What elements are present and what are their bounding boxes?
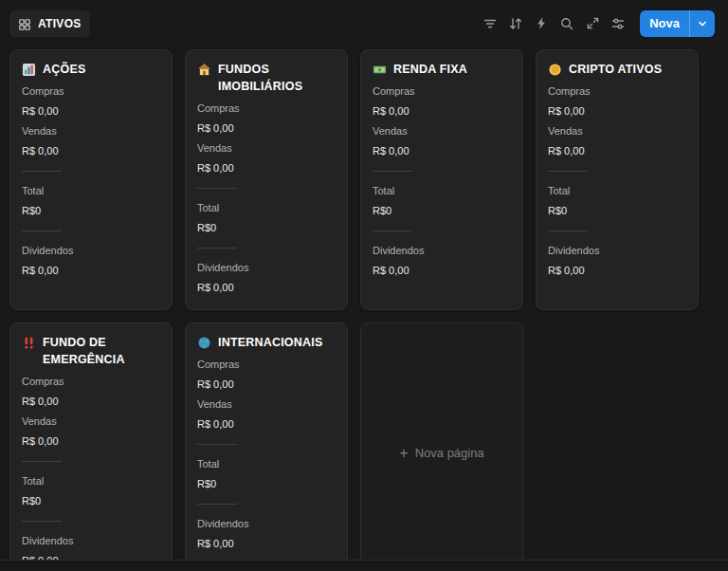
card-title: CRIPTO ATIVOS <box>569 61 662 78</box>
card-divider <box>197 188 237 189</box>
header: ATIVOS <box>0 0 728 47</box>
card-renda-fixa[interactable]: RENDA FIXA Compras R$ 0,00 Vendas R$ 0,0… <box>360 49 523 310</box>
gallery-view-icon <box>18 18 31 31</box>
property-label: Compras <box>22 372 160 392</box>
card-title: FUNDO DE EMERGÊNCIA <box>43 334 160 368</box>
toolbar: Nova <box>479 10 715 37</box>
property-value: R$0 <box>22 201 160 221</box>
coin-icon <box>548 63 562 77</box>
property-label: Dividendos <box>197 514 336 534</box>
card-divider <box>548 230 588 231</box>
card-divider <box>22 461 62 462</box>
property-value: R$ 0,00 <box>197 278 336 298</box>
property-label: Compras <box>197 99 336 119</box>
property-value: R$ 0,00 <box>373 261 511 281</box>
sort-icon[interactable] <box>504 12 527 35</box>
view-title: ATIVOS <box>38 17 82 30</box>
card-cripto-ativos[interactable]: CRIPTO ATIVOS Compras R$ 0,00 Vendas R$ … <box>536 49 699 310</box>
new-button-label[interactable]: Nova <box>640 16 689 30</box>
property-value: R$ 0,00 <box>22 101 160 121</box>
card-title: INTERNACIONAIS <box>218 334 322 351</box>
banknote-icon <box>373 63 387 77</box>
property-label: Total <box>22 471 160 491</box>
property-value: R$0 <box>548 201 686 221</box>
property-value: R$ 0,00 <box>22 392 160 412</box>
card-divider <box>197 444 237 445</box>
card-divider <box>197 248 237 249</box>
card-acoes[interactable]: AÇÕES Compras R$ 0,00 Vendas R$ 0,00 Tot… <box>9 49 173 310</box>
property-label: Compras <box>197 355 336 375</box>
property-value: R$ 0,00 <box>197 534 336 554</box>
house-icon <box>197 63 211 77</box>
card-internacionais[interactable]: INTERNACIONAIS Compras R$ 0,00 Vendas R$… <box>185 322 348 571</box>
new-button[interactable]: Nova <box>640 10 715 37</box>
card-fundo-de-emergencia[interactable]: FUNDO DE EMERGÊNCIA Compras R$ 0,00 Vend… <box>9 322 173 571</box>
plus-icon: + <box>399 446 408 461</box>
search-icon[interactable] <box>555 12 578 35</box>
lightning-icon[interactable] <box>530 12 553 35</box>
property-label: Vendas <box>197 395 336 414</box>
property-label: Compras <box>548 82 686 101</box>
card-divider <box>22 171 62 172</box>
card-fundos-imobiliarios[interactable]: FUNDOS IMOBILIÁRIOS Compras R$ 0,00 Vend… <box>185 49 348 310</box>
property-label: Vendas <box>22 121 160 141</box>
new-page-label: Nova página <box>415 446 484 460</box>
card-title: AÇÕES <box>43 61 85 78</box>
card-divider <box>373 171 412 172</box>
property-value: R$ 0,00 <box>548 141 686 161</box>
property-label: Compras <box>22 82 160 101</box>
property-label: Dividendos <box>22 241 160 261</box>
property-label: Total <box>22 181 160 201</box>
card-title: FUNDOS IMOBILIÁRIOS <box>218 61 336 95</box>
card-divider <box>197 504 237 505</box>
property-value: R$ 0,00 <box>197 414 336 434</box>
property-label: Vendas <box>548 121 686 141</box>
property-label: Vendas <box>22 412 160 432</box>
card-title: RENDA FIXA <box>393 61 467 78</box>
property-label: Total <box>548 181 686 201</box>
card-divider <box>22 230 62 231</box>
property-value: R$0 <box>197 474 336 494</box>
property-label: Total <box>197 454 336 474</box>
filter-icon[interactable] <box>479 12 501 35</box>
expand-icon[interactable] <box>581 12 604 35</box>
property-value: R$ 0,00 <box>197 375 336 395</box>
property-label: Vendas <box>197 138 336 158</box>
property-value: R$ 0,00 <box>197 158 336 178</box>
bottom-divider <box>0 560 728 571</box>
bar-chart-icon <box>22 63 36 77</box>
view-tab-ativos[interactable]: ATIVOS <box>9 10 90 37</box>
property-label: Total <box>373 181 511 201</box>
property-value: R$ 0,00 <box>197 119 336 138</box>
property-label: Dividendos <box>197 258 336 278</box>
card-divider <box>22 521 62 522</box>
card-divider <box>548 171 588 172</box>
new-page-card[interactable]: + Nova página <box>360 322 523 571</box>
gallery-grid: AÇÕES Compras R$ 0,00 Vendas R$ 0,00 Tot… <box>0 47 728 571</box>
property-label: Dividendos <box>548 241 686 261</box>
property-value: R$0 <box>22 491 160 511</box>
property-label: Dividendos <box>22 531 160 551</box>
property-value: R$ 0,00 <box>22 141 160 161</box>
card-divider <box>373 230 412 231</box>
chevron-down-icon[interactable] <box>690 19 715 28</box>
property-value: R$ 0,00 <box>373 101 511 121</box>
sliders-icon[interactable] <box>607 12 629 35</box>
property-label: Total <box>197 198 336 218</box>
double-exclamation-icon <box>22 336 36 350</box>
property-label: Compras <box>373 82 511 101</box>
property-value: R$ 0,00 <box>548 101 686 121</box>
property-value: R$ 0,00 <box>548 261 686 281</box>
property-label: Dividendos <box>373 241 511 261</box>
globe-icon <box>197 336 211 350</box>
property-value: R$ 0,00 <box>22 432 160 451</box>
property-value: R$ 0,00 <box>22 261 160 281</box>
property-value: R$0 <box>373 201 511 221</box>
property-label: Vendas <box>373 121 511 141</box>
property-value: R$0 <box>197 218 336 238</box>
property-value: R$ 0,00 <box>373 141 511 161</box>
